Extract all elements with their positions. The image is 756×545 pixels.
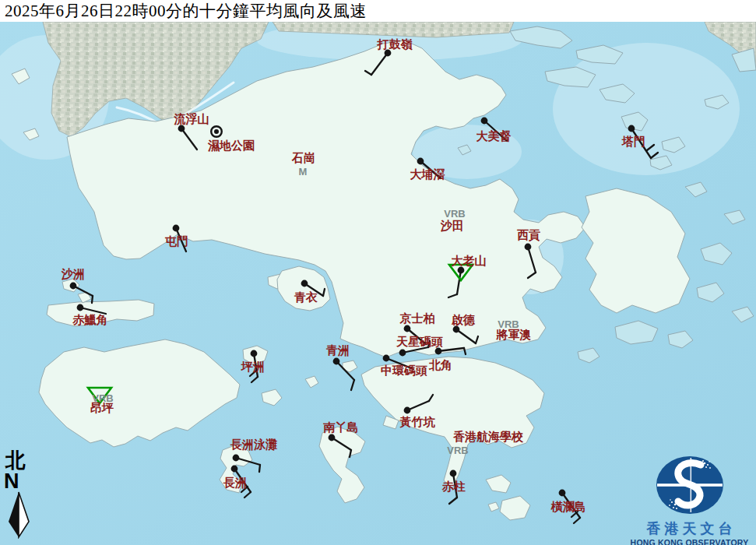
station-dot — [70, 283, 77, 290]
station-label: 天星碼頭 — [396, 336, 443, 348]
station-label: 塔門 — [621, 135, 645, 148]
station-dot — [559, 490, 566, 497]
vrb-annotation: VRB — [447, 445, 468, 456]
calm-wind-icon-center — [214, 129, 219, 134]
station-label: 赤柱 — [441, 480, 466, 493]
station-dot — [481, 118, 488, 125]
map-title: 2025年6月26日22時00分的十分鐘平均風向及風速 — [0, 0, 367, 22]
station-label: 中環碼頭 — [381, 364, 427, 377]
station-dot — [404, 325, 411, 332]
compass-north-chinese: 北 — [2, 450, 37, 472]
station-label: 長洲泳灘 — [230, 438, 277, 451]
station-dot — [525, 244, 532, 251]
hko-emblem-icon — [654, 455, 726, 517]
wind-map-screenshot: 2025年6月26日22時00分的十分鐘平均風向及風速 — [0, 0, 756, 545]
station-dot — [450, 470, 457, 477]
station-label: 昂坪 — [90, 402, 114, 414]
compass-needle — [2, 490, 37, 539]
wind-barb-feather — [92, 296, 93, 303]
missing-data-annotation: M — [299, 166, 308, 178]
station-label: 黃竹坑 — [399, 416, 436, 428]
station-dot — [178, 125, 185, 132]
station-label: 北角 — [428, 359, 452, 371]
station-dot — [435, 348, 442, 355]
station-label: 南丫島 — [323, 421, 359, 434]
station-dot — [251, 350, 258, 357]
station-label: 屯門 — [164, 235, 188, 248]
wind-barb-feather — [259, 465, 260, 472]
station-label: 長洲 — [223, 476, 247, 489]
station-dot — [173, 225, 180, 232]
hko-name-english: HONG KONG OBSERVATORY — [623, 538, 756, 545]
station-dot — [233, 455, 240, 462]
north-compass: 北 N — [2, 450, 37, 542]
station-label: 濕地公園 — [207, 139, 255, 152]
station-label: 香港航海學校 — [452, 430, 524, 443]
station: VRB昂坪 — [88, 388, 114, 414]
station-label: 坪洲 — [241, 360, 265, 373]
station-dot — [399, 350, 406, 357]
station-dot — [628, 125, 635, 132]
station-label: 西貢 — [517, 229, 540, 242]
station-label: 大美督 — [476, 129, 512, 142]
station-label: 青衣 — [294, 290, 318, 304]
station-dot — [333, 358, 340, 365]
station-dot — [458, 267, 465, 274]
station-label: 啟德 — [451, 314, 476, 326]
station-label: 沙田 — [440, 220, 464, 232]
station-label: 大埔滘 — [410, 168, 445, 181]
station-label: 赤鱲角 — [72, 314, 108, 326]
station-dot — [77, 304, 84, 311]
station-label: 青洲 — [325, 344, 350, 357]
station-label: 沙洲 — [61, 268, 85, 280]
station-dot — [417, 158, 424, 165]
station-dot — [231, 466, 238, 473]
station-dot — [404, 407, 411, 414]
station-label: 將軍澳 — [496, 329, 532, 341]
station-label: 大老山 — [452, 255, 487, 267]
station-dot — [453, 326, 460, 333]
station-label: 打鼓嶺 — [377, 38, 413, 51]
station-dot — [329, 434, 336, 441]
station-label: 橫瀾島 — [550, 501, 586, 513]
station: VRB沙田 — [440, 208, 466, 232]
compass-north-letter: N — [2, 472, 37, 490]
station-dot — [383, 355, 390, 362]
station-label: 石崗 — [291, 152, 315, 164]
title-bar: 2025年6月26日22時00分的十分鐘平均風向及風速 — [0, 0, 756, 22]
station-label: 流浮山 — [174, 112, 209, 125]
hko-name-chinese: 香港天文台 — [623, 519, 756, 538]
station-dot — [301, 280, 308, 287]
vrb-annotation: VRB — [444, 208, 465, 220]
station-label: 京士柏 — [399, 312, 435, 325]
hko-logo: 香港天文台 HONG KONG OBSERVATORY — [623, 455, 756, 545]
